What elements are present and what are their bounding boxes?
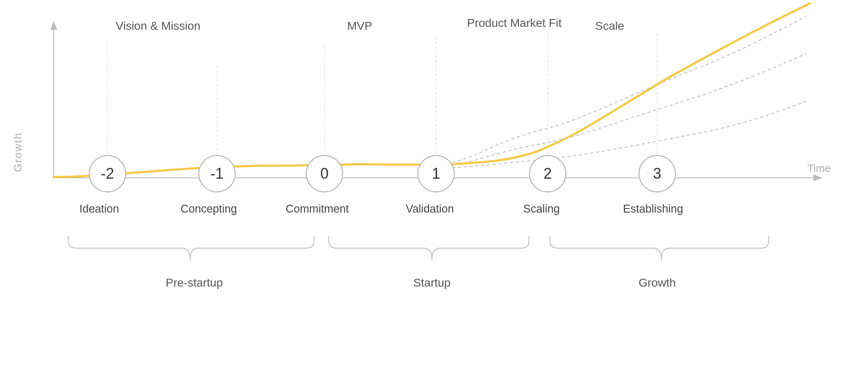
stage-circle-1: 1 xyxy=(417,155,455,192)
chart-svg xyxy=(0,0,868,390)
stage-circle-3: 3 xyxy=(639,155,676,192)
stage-name-ideation: Ideation xyxy=(70,203,128,215)
stage-name-scaling: Scaling xyxy=(515,203,568,215)
svg-marker-3 xyxy=(813,175,823,181)
stage-name-commitment: Commitment xyxy=(283,203,351,215)
chart-container: Growth Time xyxy=(0,0,868,390)
label-mvp: MVP xyxy=(347,19,372,33)
stage-name-concepting: Concepting xyxy=(176,203,242,215)
bracket-label-startup: Startup xyxy=(397,276,467,290)
bracket-label-pre-startup: Pre-startup xyxy=(147,276,242,290)
stage-circle-minus2: -2 xyxy=(89,155,126,192)
stage-number-2: 2 xyxy=(544,165,552,182)
stage-circle-minus1: -1 xyxy=(198,155,236,192)
stage-number-0: 0 xyxy=(320,165,329,182)
stage-name-validation: Validation xyxy=(397,203,463,215)
stage-circle-2: 2 xyxy=(529,155,566,192)
label-vision-mission: Vision & Mission xyxy=(116,19,200,33)
stage-circle-0: 0 xyxy=(306,155,343,192)
svg-marker-1 xyxy=(50,21,57,30)
stage-number-minus1: -1 xyxy=(210,165,224,182)
bracket-label-growth: Growth xyxy=(626,276,688,290)
label-pmf: Product Market Fit xyxy=(467,16,562,31)
stage-name-establishing: Establishing xyxy=(612,203,694,215)
label-scale: Scale xyxy=(595,19,624,33)
stage-number-minus2: -2 xyxy=(101,165,114,182)
stage-number-3: 3 xyxy=(653,165,661,182)
stage-number-1: 1 xyxy=(432,165,440,182)
